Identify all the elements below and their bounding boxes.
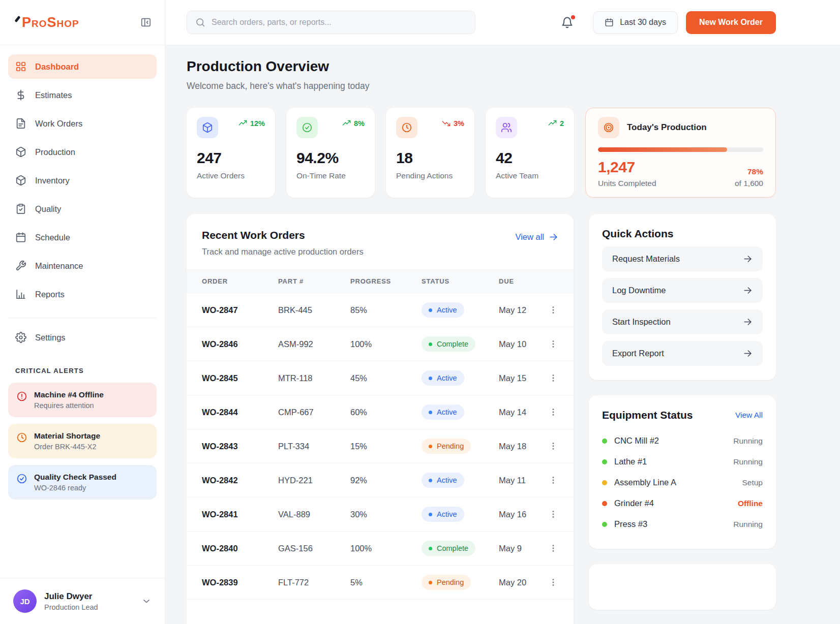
check-circle-icon — [296, 117, 318, 138]
clipboard-check-icon — [15, 203, 26, 214]
equipment-title: Equipment Status — [602, 409, 693, 421]
equipment-row: Assembly Line A Setup — [602, 472, 763, 493]
production-title: Today's Production — [627, 122, 707, 133]
date-range-button[interactable]: Last 30 days — [593, 11, 678, 34]
stat-value: 42 — [496, 149, 564, 167]
action-export-report[interactable]: Export Report — [602, 341, 763, 366]
view-all-link[interactable]: View all — [515, 232, 558, 242]
row-menu-icon[interactable] — [548, 441, 558, 451]
clock-icon — [396, 117, 417, 138]
sidebar-item-reports[interactable]: Reports — [8, 282, 157, 306]
logo-mark — [15, 15, 21, 22]
action-request-materials[interactable]: Request Materials — [602, 246, 763, 271]
row-menu-icon[interactable] — [548, 543, 558, 553]
table-row[interactable]: WO-2844 CMP-667 60% Active May 14 — [187, 395, 574, 429]
table-row[interactable]: WO-2843 PLT-334 15% Pending May 18 — [187, 429, 574, 463]
user-profile[interactable]: JD Julie Dwyer Production Lead — [0, 578, 165, 624]
sidebar-item-label: Work Orders — [35, 119, 82, 129]
order-id: WO-2845 — [202, 373, 278, 383]
sidebar-item-dashboard[interactable]: Dashboard — [8, 54, 157, 79]
alert-title: Quality Check Passed — [34, 473, 116, 482]
table-row[interactable]: WO-2840 GAS-156 100% Complete May 9 — [187, 532, 574, 566]
notification-dot — [571, 15, 575, 19]
equipment-name: Lathe #1 — [614, 457, 647, 466]
calendar-icon — [15, 232, 26, 243]
trending-up-icon — [238, 119, 247, 128]
table-row[interactable]: WO-2839 FLT-772 5% Pending May 20 — [187, 566, 574, 600]
status-dot — [602, 439, 607, 444]
row-menu-icon[interactable] — [548, 577, 558, 587]
alert-material-shortage[interactable]: Material Shortage Order BRK-445-X2 — [8, 424, 157, 458]
table-row[interactable]: WO-2846 ASM-992 100% Complete May 10 — [187, 327, 574, 361]
sidebar-item-maintenance[interactable]: Maintenance — [8, 254, 157, 278]
new-work-order-button[interactable]: New Work Order — [686, 11, 776, 34]
alert-circle-icon — [16, 391, 27, 402]
next-card-partial — [589, 564, 776, 610]
page-title: Production Overview — [187, 58, 776, 75]
order-id: WO-2840 — [202, 544, 278, 553]
sidebar-collapse-icon[interactable] — [140, 17, 152, 28]
due-date: May 20 — [499, 578, 543, 587]
sidebar-item-label: Maintenance — [35, 261, 83, 271]
action-start-inspection[interactable]: Start Inspection — [602, 309, 763, 334]
production-label: Units Completed — [598, 179, 656, 188]
page-subtitle: Welcome back, here's what's happening to… — [187, 81, 776, 91]
user-name: Julie Dwyer — [44, 591, 98, 602]
row-menu-icon[interactable] — [548, 373, 558, 383]
alert-machine-offline[interactable]: Machine #4 Offline Requires attention — [8, 383, 157, 417]
production-of-total: of 1,600 — [735, 179, 763, 188]
clock-icon — [16, 432, 27, 443]
stat-active-orders: 12% 247 Active Orders — [187, 108, 275, 198]
stats-row: 12% 247 Active Orders 8% 94.2% On-Time R… — [187, 108, 776, 198]
status-badge: Active — [422, 302, 464, 318]
grid-icon — [15, 61, 26, 72]
progress-value: 92% — [350, 476, 422, 485]
row-menu-icon[interactable] — [548, 339, 558, 349]
table-header: ORDER PART # PROGRESS STATUS DUE — [187, 269, 574, 293]
notifications-button[interactable] — [561, 16, 574, 29]
row-menu-icon[interactable] — [548, 509, 558, 519]
alert-title: Machine #4 Offline — [34, 390, 104, 399]
table-row[interactable]: WO-2842 HYD-221 92% Active May 11 — [187, 463, 574, 497]
table-row[interactable]: WO-2845 MTR-118 45% Active May 15 — [187, 361, 574, 395]
sidebar-item-quality[interactable]: Quality — [8, 197, 157, 221]
bar-chart-icon — [15, 289, 26, 300]
equipment-state: Offline — [738, 499, 763, 508]
table-row[interactable]: WO-2841 VAL-889 30% Active May 16 — [187, 497, 574, 532]
trending-up-icon — [548, 119, 557, 128]
right-column: Quick Actions Request Materials Log Down… — [589, 214, 776, 610]
sidebar-item-schedule[interactable]: Schedule — [8, 225, 157, 249]
sidebar-item-work-orders[interactable]: Work Orders — [8, 111, 157, 136]
due-date: May 18 — [499, 442, 543, 451]
part-number: HYD-221 — [278, 476, 350, 485]
table-row[interactable]: WO-2847 BRK-445 85% Active May 12 — [187, 293, 574, 327]
box-icon — [15, 146, 26, 158]
action-log-downtime[interactable]: Log Downtime — [602, 278, 763, 303]
file-text-icon — [15, 118, 26, 129]
equipment-state: Setup — [742, 478, 763, 487]
production-progress-bar — [598, 147, 763, 152]
stat-value: 94.2% — [296, 149, 365, 167]
row-menu-icon[interactable] — [548, 305, 558, 315]
alert-subtitle: WO-2846 ready — [34, 484, 116, 492]
status-badge: Pending — [422, 439, 471, 454]
equipment-view-all-link[interactable]: View All — [735, 411, 763, 420]
sidebar-item-settings[interactable]: Settings — [8, 325, 157, 350]
equipment-name: CNC Mill #2 — [614, 436, 659, 446]
order-id: WO-2839 — [202, 578, 278, 587]
row-menu-icon[interactable] — [548, 475, 558, 485]
sidebar-item-production[interactable]: Production — [8, 140, 157, 164]
sidebar-item-inventory[interactable]: Inventory — [8, 168, 157, 193]
trending-down-icon — [442, 119, 451, 128]
work-orders-title: Recent Work Orders — [202, 229, 364, 241]
sidebar-item-estimates[interactable]: Estimates — [8, 83, 157, 107]
main-area: Last 30 days New Work Order Production O… — [165, 0, 840, 624]
alert-quality-check[interactable]: Quality Check Passed WO-2846 ready — [8, 465, 157, 500]
equipment-state: Running — [733, 457, 763, 466]
alert-subtitle: Order BRK-445-X2 — [34, 443, 100, 451]
app-logo[interactable]: ProShop — [14, 16, 79, 29]
search-input[interactable] — [212, 18, 467, 27]
critical-alerts-list: Machine #4 Offline Requires attention Ma… — [0, 383, 165, 506]
trending-up-icon — [342, 119, 351, 128]
row-menu-icon[interactable] — [548, 407, 558, 417]
